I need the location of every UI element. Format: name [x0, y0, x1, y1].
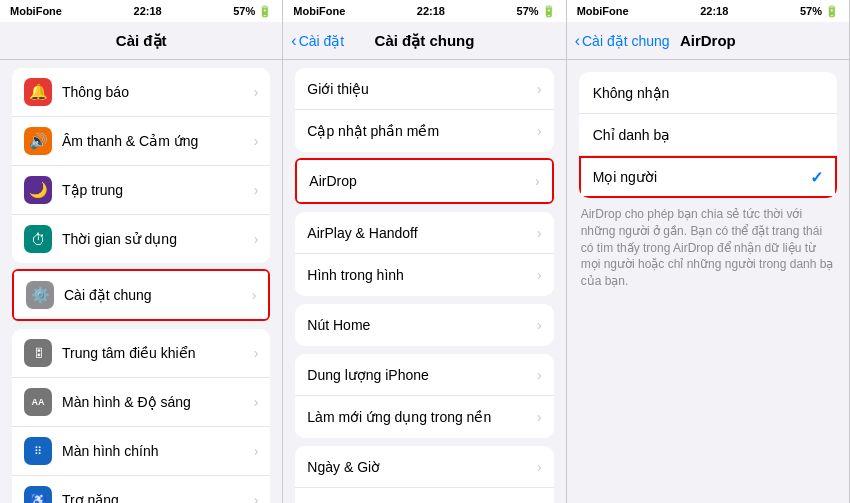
item-label: Âm thanh & Cảm ứng — [62, 133, 254, 149]
item-label: Nút Home — [307, 317, 537, 333]
general-group-2-highlighted: AirDrop › — [295, 158, 553, 204]
panel-airdrop: MobiFone 22:18 57% 🔋 ‹ Cài đặt chung Air… — [567, 0, 850, 503]
item-label: AirPlay & Handoff — [307, 225, 537, 241]
list-item-home-button[interactable]: Nút Home › — [295, 304, 553, 346]
chevron-right-icon: › — [537, 367, 542, 383]
chevron-right-icon: › — [254, 394, 259, 410]
item-label: Màn hình & Độ sáng — [62, 394, 254, 410]
time-2: 22:18 — [417, 5, 445, 17]
list-item-general[interactable]: ⚙️ Cài đặt chung › — [14, 271, 268, 319]
airdrop-options-group: Không nhận Chỉ danh bạ Mọi người ✓ — [579, 72, 837, 198]
list-item-date-time[interactable]: Ngày & Giờ › — [295, 446, 553, 488]
chevron-right-icon: › — [254, 231, 259, 247]
carrier-1: MobiFone — [10, 5, 62, 17]
focus-icon: 🌙 — [24, 176, 52, 204]
chevron-right-icon: › — [537, 409, 542, 425]
option-label: Không nhận — [593, 85, 823, 101]
chevron-right-icon: › — [537, 267, 542, 283]
airdrop-option-none[interactable]: Không nhận — [579, 72, 837, 114]
chevron-right-icon: › — [254, 84, 259, 100]
general-group-1: Giới thiệu › Cập nhật phần mềm › — [295, 68, 553, 152]
panel-general: MobiFone 22:18 57% 🔋 ‹ Cài đặt Cài đặt c… — [283, 0, 566, 503]
general-group-4: Nút Home › — [295, 304, 553, 346]
item-label: Dung lượng iPhone — [307, 367, 537, 383]
list-item-airdrop[interactable]: AirDrop › — [297, 160, 551, 202]
notifications-icon: 🔔 — [24, 78, 52, 106]
list-item-control-center[interactable]: 🎛 Trung tâm điều khiển › — [12, 329, 270, 378]
time-1: 22:18 — [134, 5, 162, 17]
airdrop-option-everyone[interactable]: Mọi người ✓ — [579, 156, 837, 198]
chevron-right-icon: › — [254, 492, 259, 503]
list-item-software-update[interactable]: Cập nhật phần mềm › — [295, 110, 553, 152]
chevron-right-icon: › — [254, 443, 259, 459]
item-label: AirDrop — [309, 173, 535, 189]
nav-title-1: Cài đặt — [116, 32, 167, 50]
list-item-about[interactable]: Giới thiệu › — [295, 68, 553, 110]
chevron-right-icon: › — [535, 173, 540, 189]
general-group-3: AirPlay & Handoff › Hình trong hình › — [295, 212, 553, 296]
item-label: Trợ năng — [62, 492, 254, 503]
settings-group-3: 🎛 Trung tâm điều khiển › AA Màn hình & Đ… — [12, 329, 270, 503]
carrier-3: MobiFone — [577, 5, 629, 17]
general-group-5: Dung lượng iPhone › Làm mới ứng dụng tro… — [295, 354, 553, 438]
back-label-2: Cài đặt — [299, 33, 345, 49]
item-label: Làm mới ứng dụng trong nền — [307, 409, 537, 425]
item-label: Ngày & Giờ — [307, 459, 537, 475]
panel1-content: 🔔 Thông báo › 🔊 Âm thanh & Cảm ứng › 🌙 T… — [0, 60, 282, 503]
chevron-right-icon: › — [537, 123, 542, 139]
nav-bar-2: ‹ Cài đặt Cài đặt chung — [283, 22, 565, 60]
list-item-screentime[interactable]: ⏱ Thời gian sử dụng › — [12, 215, 270, 263]
item-label: Giới thiệu — [307, 81, 537, 97]
chevron-right-icon: › — [254, 182, 259, 198]
airdrop-description: AirDrop cho phép bạn chia sẻ tức thời vớ… — [567, 198, 849, 298]
item-label: Màn hình chính — [62, 443, 254, 459]
chevron-right-icon: › — [537, 459, 542, 475]
settings-group-2-highlighted: ⚙️ Cài đặt chung › — [12, 269, 270, 321]
item-label: Thời gian sử dụng — [62, 231, 254, 247]
item-label: Cài đặt chung — [64, 287, 252, 303]
option-label: Mọi người — [593, 169, 810, 185]
panel3-content: Không nhận Chỉ danh bạ Mọi người ✓ AirDr… — [567, 60, 849, 503]
list-item-display[interactable]: AA Màn hình & Độ sáng › — [12, 378, 270, 427]
checkmark-icon: ✓ — [810, 168, 823, 187]
nav-back-3[interactable]: ‹ Cài đặt chung — [575, 33, 670, 49]
chevron-right-icon: › — [252, 287, 257, 303]
chevron-right-icon: › — [537, 317, 542, 333]
homescreen-icon: ⠿ — [24, 437, 52, 465]
list-item-home-screen[interactable]: ⠿ Màn hình chính › — [12, 427, 270, 476]
list-item-airplay[interactable]: AirPlay & Handoff › — [295, 212, 553, 254]
item-label: Tập trung — [62, 182, 254, 198]
item-label: Cập nhật phần mềm — [307, 123, 537, 139]
carrier-2: MobiFone — [293, 5, 345, 17]
list-item-pip[interactable]: Hình trong hình › — [295, 254, 553, 296]
nav-back-2[interactable]: ‹ Cài đặt — [291, 33, 344, 49]
status-bar-1: MobiFone 22:18 57% 🔋 — [0, 0, 282, 22]
chevron-right-icon: › — [537, 225, 542, 241]
item-label: Trung tâm điều khiển — [62, 345, 254, 361]
sound-icon: 🔊 — [24, 127, 52, 155]
list-item-background-refresh[interactable]: Làm mới ứng dụng trong nền › — [295, 396, 553, 438]
list-item-storage[interactable]: Dung lượng iPhone › — [295, 354, 553, 396]
general-group-6: Ngày & Giờ › Bàn phím › — [295, 446, 553, 503]
item-label: Hình trong hình — [307, 267, 537, 283]
nav-title-2: Cài đặt chung — [375, 32, 475, 50]
list-item-focus[interactable]: 🌙 Tập trung › — [12, 166, 270, 215]
back-chevron-icon: ‹ — [575, 33, 580, 49]
back-label-3: Cài đặt chung — [582, 33, 670, 49]
back-chevron-icon: ‹ — [291, 33, 296, 49]
settings-group-1: 🔔 Thông báo › 🔊 Âm thanh & Cảm ứng › 🌙 T… — [12, 68, 270, 263]
nav-title-3: AirDrop — [680, 32, 736, 49]
list-item-notifications[interactable]: 🔔 Thông báo › — [12, 68, 270, 117]
airdrop-option-contacts[interactable]: Chỉ danh bạ — [579, 114, 837, 156]
battery-1: 57% 🔋 — [233, 5, 272, 18]
option-label: Chỉ danh bạ — [593, 127, 823, 143]
list-item-sound[interactable]: 🔊 Âm thanh & Cảm ứng › — [12, 117, 270, 166]
panel2-content: Giới thiệu › Cập nhật phần mềm › AirDrop… — [283, 60, 565, 503]
panel-settings: MobiFone 22:18 57% 🔋 Cài đặt 🔔 Thông báo… — [0, 0, 283, 503]
nav-bar-3: ‹ Cài đặt chung AirDrop — [567, 22, 849, 60]
status-bar-3: MobiFone 22:18 57% 🔋 — [567, 0, 849, 22]
nav-bar-1: Cài đặt — [0, 22, 282, 60]
list-item-accessibility[interactable]: ♿ Trợ năng › — [12, 476, 270, 503]
list-item-keyboard[interactable]: Bàn phím › — [295, 488, 553, 503]
accessibility-icon: ♿ — [24, 486, 52, 503]
